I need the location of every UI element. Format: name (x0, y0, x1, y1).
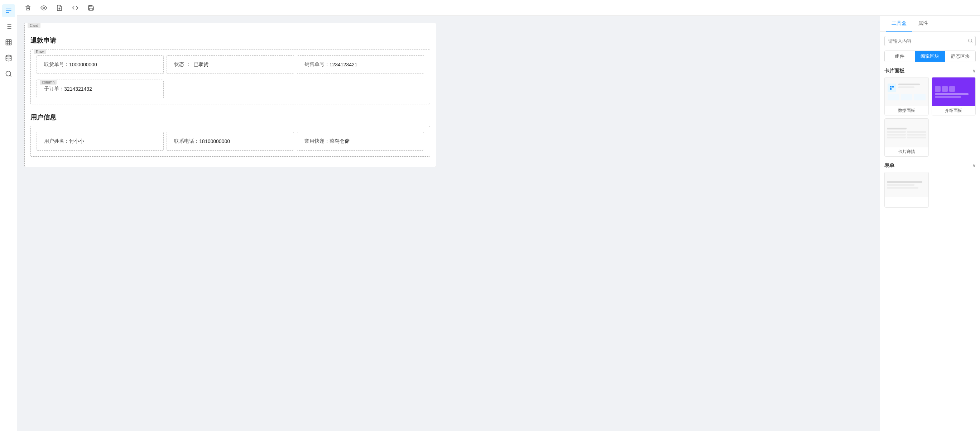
row-label: Row (34, 49, 46, 54)
svg-point-19 (969, 39, 972, 42)
type-tab-component[interactable]: 组件 (885, 51, 915, 62)
sidebar-item-list[interactable] (2, 20, 15, 33)
template-card-intro-panel[interactable]: 介绍面板 (932, 77, 976, 115)
row-container-1: Row 取货单号： 1000000000 状态 ： 已取货 销售单号： 1234… (30, 49, 430, 104)
section-title-user: 用户信息 (30, 113, 430, 121)
group-card-panel: 卡片面板 ∨ (885, 68, 976, 157)
type-tabs: 组件 编辑区块 静态区块 (885, 51, 976, 62)
export-icon[interactable] (54, 3, 64, 13)
field-value-phone: 18100000000 (199, 139, 230, 144)
field-cell-status: 状态 ： 已取货 (167, 55, 294, 74)
field-cell-phone: 联系电话： 18100000000 (167, 132, 294, 151)
field-label-status: 状态 (174, 61, 184, 68)
field-label-phone: 联系电话： (174, 138, 199, 145)
row-container-2: 用户姓名： 付小小 联系电话： 18100000000 常用快递： 菜鸟仓储 (30, 126, 430, 157)
group-card-panel-title: 卡片面板 (885, 68, 904, 74)
field-label-express: 常用快递： (304, 138, 329, 145)
save-icon[interactable] (86, 3, 96, 13)
svg-rect-21 (890, 86, 891, 88)
svg-point-17 (6, 71, 10, 76)
svg-rect-23 (890, 88, 891, 89)
field-value-express: 菜鸟仓储 (329, 138, 350, 145)
tab-properties[interactable]: 属性 (912, 16, 934, 32)
panel-body: 组件 编辑区块 静态区块 卡片面板 ∨ (880, 32, 980, 431)
card-container: Card 退款申请 Row 取货单号： 1000000000 状态 ： 已取货 (24, 23, 436, 167)
column-label: column (40, 80, 57, 85)
group-form: 表单 ∨ (885, 163, 976, 208)
eye-icon[interactable] (39, 3, 49, 13)
svg-point-16 (6, 55, 11, 57)
svg-line-20 (971, 42, 972, 43)
panel-tabs: 工具盒 属性 (880, 16, 980, 32)
svg-rect-22 (892, 86, 894, 88)
main-canvas: Card 退款申请 Row 取货单号： 1000000000 状态 ： 已取货 (17, 16, 880, 431)
field-cell-username: 用户姓名： 付小小 (37, 132, 164, 151)
search-icon (968, 38, 973, 44)
type-tab-edit-block[interactable]: 编辑区块 (915, 51, 945, 62)
template-grid-card: 数据面板 (885, 77, 976, 157)
template-preview-form-1 (885, 172, 928, 197)
field-value-status: 已取货 (193, 61, 208, 68)
chevron-down-icon: ∨ (972, 69, 976, 73)
right-panel: 工具盒 属性 组件 编辑区块 静态区块 卡片面板 ∨ (880, 16, 980, 431)
field-value-sales-no: 1234123421 (329, 62, 358, 67)
field-value-username: 付小小 (69, 138, 84, 145)
sidebar-item-database[interactable] (2, 52, 15, 65)
sidebar-item-layout[interactable] (2, 4, 15, 17)
field-value-order-no: 1000000000 (69, 62, 97, 67)
search-input[interactable] (885, 36, 976, 46)
field-cell-order-no: 取货单号： 1000000000 (37, 55, 164, 74)
template-label-detail: 卡片详情 (885, 147, 928, 156)
field-cell-express: 常用快递： 菜鸟仓储 (297, 132, 424, 151)
field-label-sales-no: 销售单号： (304, 61, 329, 68)
template-preview-intro (932, 77, 976, 106)
top-toolbar (17, 0, 980, 16)
template-preview-data (885, 77, 928, 106)
template-label-intro-panel: 介绍面板 (932, 106, 976, 115)
field-label-order-no: 取货单号： (44, 61, 69, 68)
template-label-data-panel: 数据面板 (885, 106, 928, 115)
group-form-header: 表单 ∨ (885, 163, 976, 169)
column-cell-suborder: column 子订单： 3214321432 (37, 80, 164, 98)
template-card-form-1[interactable] (885, 172, 929, 208)
chevron-down-icon-2: ∨ (972, 163, 976, 168)
svg-point-0 (43, 7, 45, 9)
suborder-value: 3214321432 (64, 86, 92, 92)
template-card-detail[interactable]: 卡片详情 (885, 118, 929, 157)
field-cell-sales-no: 销售单号： 1234123421 (297, 55, 424, 74)
template-grid-form (885, 172, 976, 208)
group-form-title: 表单 (885, 163, 894, 169)
sidebar-item-table[interactable] (2, 36, 15, 49)
card-label: Card (27, 23, 40, 28)
template-card-data-panel[interactable]: 数据面板 (885, 77, 929, 115)
code-icon[interactable] (70, 3, 80, 13)
search-box (885, 36, 976, 46)
tab-toolbox[interactable]: 工具盒 (886, 16, 912, 32)
column-container: column 子订单： 3214321432 (35, 78, 426, 100)
svg-rect-11 (6, 40, 11, 45)
sidebar-item-search[interactable] (2, 67, 15, 80)
section-title-refund: 退款申请 (30, 36, 430, 45)
delete-icon[interactable] (23, 3, 33, 13)
fields-row-1: 取货单号： 1000000000 状态 ： 已取货 销售单号： 12341234… (35, 54, 426, 75)
field-label-username: 用户姓名： (44, 138, 69, 145)
suborder-label: 子订单： (44, 86, 64, 92)
sidebar (0, 0, 17, 431)
field-separator-status: ： (186, 61, 191, 68)
column-row: column 子订单： 3214321432 (35, 78, 426, 100)
template-preview-detail (885, 119, 928, 147)
group-card-panel-header: 卡片面板 ∨ (885, 68, 976, 74)
type-tab-static-block[interactable]: 静态区块 (945, 51, 975, 62)
fields-row-2: 用户姓名： 付小小 联系电话： 18100000000 常用快递： 菜鸟仓储 (35, 131, 426, 152)
svg-line-18 (10, 75, 11, 77)
